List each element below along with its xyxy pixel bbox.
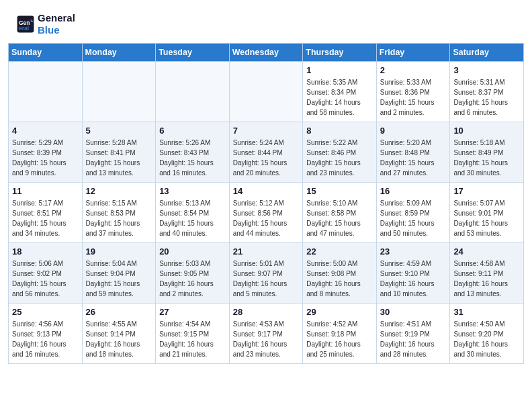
day-info: Sunrise: 4:55 AM Sunset: 9:14 PM Dayligh…: [86, 319, 152, 359]
day-number: 31: [453, 307, 520, 317]
day-number: 6: [159, 126, 226, 136]
day-info: Sunrise: 4:53 AM Sunset: 9:17 PM Dayligh…: [233, 319, 300, 359]
day-info: Sunrise: 5:15 AM Sunset: 8:53 PM Dayligh…: [86, 198, 152, 238]
calendar-cell: 1Sunrise: 5:35 AM Sunset: 8:34 PM Daylig…: [303, 62, 377, 122]
calendar-cell: 8Sunrise: 5:22 AM Sunset: 8:46 PM Daylig…: [303, 122, 377, 183]
day-number: 1: [306, 65, 373, 75]
logo: Gen eral General Blue: [16, 12, 75, 36]
calendar-cell: 15Sunrise: 5:10 AM Sunset: 8:58 PM Dayli…: [303, 183, 377, 243]
weekday-header-saturday: Saturday: [450, 44, 524, 62]
calendar-cell: 24Sunrise: 4:58 AM Sunset: 9:11 PM Dayli…: [450, 243, 524, 304]
day-info: Sunrise: 4:56 AM Sunset: 9:13 PM Dayligh…: [12, 319, 79, 359]
calendar-cell: 29Sunrise: 4:52 AM Sunset: 9:18 PM Dayli…: [303, 304, 377, 364]
day-info: Sunrise: 5:20 AM Sunset: 8:48 PM Dayligh…: [380, 138, 447, 178]
day-number: 17: [453, 186, 520, 196]
day-info: Sunrise: 5:18 AM Sunset: 8:49 PM Dayligh…: [453, 138, 520, 178]
calendar-cell: 18Sunrise: 5:06 AM Sunset: 9:02 PM Dayli…: [9, 243, 83, 304]
day-info: Sunrise: 5:03 AM Sunset: 9:05 PM Dayligh…: [159, 259, 226, 299]
calendar-cell: 16Sunrise: 5:09 AM Sunset: 8:59 PM Dayli…: [376, 183, 450, 243]
calendar-week-row: 11Sunrise: 5:17 AM Sunset: 8:51 PM Dayli…: [9, 183, 524, 243]
calendar-cell: 17Sunrise: 5:07 AM Sunset: 9:01 PM Dayli…: [450, 183, 524, 243]
calendar-cell: 6Sunrise: 5:26 AM Sunset: 8:43 PM Daylig…: [156, 122, 230, 183]
day-number: 15: [306, 186, 373, 196]
day-info: Sunrise: 5:12 AM Sunset: 8:56 PM Dayligh…: [233, 198, 300, 238]
day-number: 9: [380, 126, 447, 136]
calendar-week-row: 4Sunrise: 5:29 AM Sunset: 8:39 PM Daylig…: [9, 122, 524, 183]
calendar-cell: 14Sunrise: 5:12 AM Sunset: 8:56 PM Dayli…: [229, 183, 303, 243]
day-info: Sunrise: 5:22 AM Sunset: 8:46 PM Dayligh…: [306, 138, 373, 178]
calendar-cell: 10Sunrise: 5:18 AM Sunset: 8:49 PM Dayli…: [450, 122, 524, 183]
calendar-table: SundayMondayTuesdayWednesdayThursdayFrid…: [8, 43, 524, 364]
day-info: Sunrise: 5:17 AM Sunset: 8:51 PM Dayligh…: [12, 198, 79, 238]
day-info: Sunrise: 5:31 AM Sunset: 8:37 PM Dayligh…: [453, 77, 520, 118]
calendar-cell: 20Sunrise: 5:03 AM Sunset: 9:05 PM Dayli…: [156, 243, 230, 304]
weekday-header-tuesday: Tuesday: [156, 44, 230, 62]
day-number: 21: [233, 246, 300, 257]
calendar-cell: 7Sunrise: 5:24 AM Sunset: 8:44 PM Daylig…: [229, 122, 303, 183]
day-number: 16: [380, 186, 447, 196]
calendar-cell: 31Sunrise: 4:50 AM Sunset: 9:20 PM Dayli…: [450, 304, 524, 364]
day-number: 29: [306, 307, 373, 317]
logo-icon: Gen eral: [16, 15, 35, 34]
calendar-cell: 19Sunrise: 5:04 AM Sunset: 9:04 PM Dayli…: [82, 243, 156, 304]
calendar-cell: 2Sunrise: 5:33 AM Sunset: 8:36 PM Daylig…: [376, 62, 450, 122]
page-header: Gen eral General Blue: [0, 0, 532, 43]
day-number: 26: [86, 307, 152, 317]
day-info: Sunrise: 4:59 AM Sunset: 9:10 PM Dayligh…: [380, 259, 447, 299]
calendar-week-row: 18Sunrise: 5:06 AM Sunset: 9:02 PM Dayli…: [9, 243, 524, 304]
day-number: 22: [306, 246, 373, 257]
calendar-cell: 11Sunrise: 5:17 AM Sunset: 8:51 PM Dayli…: [9, 183, 83, 243]
day-number: 20: [159, 246, 226, 257]
calendar-cell: 21Sunrise: 5:01 AM Sunset: 9:07 PM Dayli…: [229, 243, 303, 304]
day-info: Sunrise: 5:01 AM Sunset: 9:07 PM Dayligh…: [233, 259, 300, 299]
calendar-cell: [229, 62, 303, 122]
day-info: Sunrise: 5:35 AM Sunset: 8:34 PM Dayligh…: [306, 77, 373, 118]
day-number: 13: [159, 186, 226, 196]
day-info: Sunrise: 4:54 AM Sunset: 9:15 PM Dayligh…: [159, 319, 226, 359]
day-info: Sunrise: 5:28 AM Sunset: 8:41 PM Dayligh…: [86, 138, 152, 178]
calendar-week-row: 25Sunrise: 4:56 AM Sunset: 9:13 PM Dayli…: [9, 304, 524, 364]
day-number: 10: [453, 126, 520, 136]
calendar-cell: [9, 62, 83, 122]
day-info: Sunrise: 5:06 AM Sunset: 9:02 PM Dayligh…: [12, 259, 79, 299]
day-info: Sunrise: 5:29 AM Sunset: 8:39 PM Dayligh…: [12, 138, 79, 178]
day-info: Sunrise: 5:26 AM Sunset: 8:43 PM Dayligh…: [159, 138, 226, 178]
weekday-header-wednesday: Wednesday: [229, 44, 303, 62]
day-number: 23: [380, 246, 447, 257]
day-info: Sunrise: 5:13 AM Sunset: 8:54 PM Dayligh…: [159, 198, 226, 238]
calendar-cell: [82, 62, 156, 122]
calendar-cell: 30Sunrise: 4:51 AM Sunset: 9:19 PM Dayli…: [376, 304, 450, 364]
day-info: Sunrise: 5:04 AM Sunset: 9:04 PM Dayligh…: [86, 259, 152, 299]
day-number: 18: [12, 246, 79, 257]
day-number: 8: [306, 126, 373, 136]
calendar-cell: 12Sunrise: 5:15 AM Sunset: 8:53 PM Dayli…: [82, 183, 156, 243]
day-info: Sunrise: 5:07 AM Sunset: 9:01 PM Dayligh…: [453, 198, 520, 238]
day-number: 19: [86, 246, 152, 257]
day-number: 3: [453, 65, 520, 75]
day-info: Sunrise: 4:50 AM Sunset: 9:20 PM Dayligh…: [453, 319, 520, 359]
calendar-cell: 23Sunrise: 4:59 AM Sunset: 9:10 PM Dayli…: [376, 243, 450, 304]
calendar-cell: 3Sunrise: 5:31 AM Sunset: 8:37 PM Daylig…: [450, 62, 524, 122]
calendar-cell: 28Sunrise: 4:53 AM Sunset: 9:17 PM Dayli…: [229, 304, 303, 364]
calendar-cell: 27Sunrise: 4:54 AM Sunset: 9:15 PM Dayli…: [156, 304, 230, 364]
day-number: 28: [233, 307, 300, 317]
day-info: Sunrise: 5:00 AM Sunset: 9:08 PM Dayligh…: [306, 259, 373, 299]
day-number: 30: [380, 307, 447, 317]
day-number: 4: [12, 126, 79, 136]
day-number: 2: [380, 65, 447, 75]
day-number: 11: [12, 186, 79, 196]
svg-text:eral: eral: [19, 25, 29, 32]
day-info: Sunrise: 4:51 AM Sunset: 9:19 PM Dayligh…: [380, 319, 447, 359]
weekday-header-thursday: Thursday: [303, 44, 377, 62]
calendar-cell: 9Sunrise: 5:20 AM Sunset: 8:48 PM Daylig…: [376, 122, 450, 183]
day-info: Sunrise: 4:58 AM Sunset: 9:11 PM Dayligh…: [453, 259, 520, 299]
day-info: Sunrise: 5:10 AM Sunset: 8:58 PM Dayligh…: [306, 198, 373, 238]
day-number: 5: [86, 126, 152, 136]
day-number: 27: [159, 307, 226, 317]
calendar-cell: 13Sunrise: 5:13 AM Sunset: 8:54 PM Dayli…: [156, 183, 230, 243]
logo-text: General Blue: [38, 12, 75, 36]
day-number: 12: [86, 186, 152, 196]
calendar-cell: 5Sunrise: 5:28 AM Sunset: 8:41 PM Daylig…: [82, 122, 156, 183]
weekday-header-row: SundayMondayTuesdayWednesdayThursdayFrid…: [9, 44, 524, 62]
calendar-cell: 26Sunrise: 4:55 AM Sunset: 9:14 PM Dayli…: [82, 304, 156, 364]
